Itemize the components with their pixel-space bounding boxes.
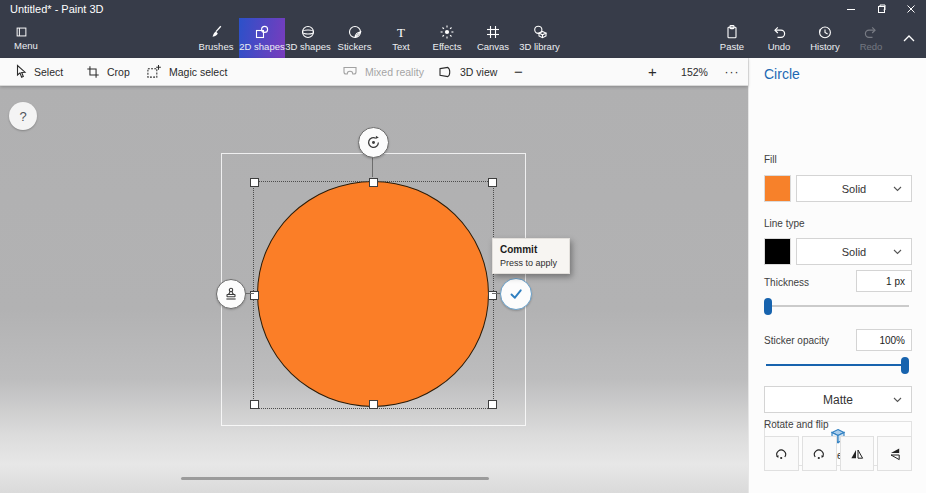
paste-button[interactable]: Paste [709, 18, 755, 58]
crop-icon [86, 65, 100, 79]
close-button[interactable] [896, 0, 926, 18]
tab-effects[interactable]: Effects [424, 18, 470, 58]
line-type-dropdown[interactable]: Solid [796, 238, 912, 265]
rotate-right-button[interactable] [802, 436, 837, 471]
flip-horizontal-button[interactable] [840, 436, 875, 471]
flip-vertical-button[interactable] [877, 436, 912, 471]
undo-icon [771, 24, 787, 40]
commit-tooltip: Commit Press to apply [492, 238, 570, 274]
mixed-reality-icon [342, 65, 358, 78]
mixed-reality-tool[interactable]: Mixed reality [342, 58, 424, 85]
menu-button[interactable]: Menu [6, 18, 58, 58]
menu-icon [14, 25, 29, 39]
select-tool[interactable]: Select [14, 58, 63, 85]
thickness-input[interactable]: 1 px [856, 270, 912, 292]
tab-stickers[interactable]: Stickers [331, 18, 378, 58]
line-type-label: Line type [764, 218, 805, 229]
zoom-level[interactable]: 152% [673, 58, 716, 85]
title-bar: Untitled* - Paint 3D [0, 0, 926, 18]
resize-handle-top-left[interactable] [250, 178, 259, 187]
tab-canvas[interactable]: Canvas [470, 18, 516, 58]
magic-select-icon [146, 64, 162, 79]
tab-3d-shapes[interactable]: 3D shapes [285, 18, 331, 58]
flip-horizontal-icon [849, 446, 865, 462]
select-cursor-icon [14, 64, 27, 79]
undo-button[interactable]: Undo [756, 18, 802, 58]
sticker-opacity-input[interactable]: 100% [856, 329, 912, 351]
svg-text:T: T [397, 25, 405, 40]
collapse-ribbon-button[interactable] [896, 18, 922, 58]
2d-shapes-icon [254, 24, 270, 40]
fill-color-swatch[interactable] [764, 175, 791, 202]
panel-title: Circle [764, 66, 800, 82]
resize-handle-top[interactable] [369, 178, 378, 187]
3d-library-icon [532, 24, 548, 40]
fill-label: Fill [764, 154, 777, 165]
brush-icon [208, 24, 224, 40]
minimize-button[interactable] [836, 0, 866, 18]
chevron-up-icon [902, 34, 916, 43]
chevron-down-icon [893, 249, 902, 255]
chevron-down-icon [893, 186, 902, 192]
opacity-slider-track[interactable] [766, 364, 909, 366]
rotate-icon [365, 134, 382, 151]
redo-icon [863, 24, 879, 40]
history-button[interactable]: History [802, 18, 848, 58]
3d-shapes-icon [300, 24, 316, 40]
tooltip-subtitle: Press to apply [500, 258, 562, 268]
zoom-in-button[interactable]: + [648, 58, 657, 85]
effects-icon [439, 24, 455, 40]
zoom-out-button[interactable]: − [514, 58, 523, 85]
resize-handle-bottom-right[interactable] [488, 400, 497, 409]
flip-vertical-icon [887, 446, 903, 462]
text-icon: T [393, 24, 409, 40]
ellipsis-icon: ··· [725, 65, 740, 79]
line-color-swatch[interactable] [764, 238, 791, 265]
horizontal-scrollbar[interactable] [181, 477, 489, 480]
paint3d-window: Untitled* - Paint 3D Menu Brushes [0, 0, 926, 493]
redo-button[interactable]: Redo [848, 18, 894, 58]
resize-handle-bottom[interactable] [369, 400, 378, 409]
rotate-flip-buttons [764, 436, 912, 471]
resize-handle-top-right[interactable] [488, 178, 497, 187]
shape-properties-panel: Circle Fill Solid Line type Solid Thickn… [748, 58, 926, 493]
stamp-button[interactable] [216, 279, 246, 309]
workspace[interactable]: ? [0, 85, 748, 493]
ribbon: Menu Brushes 2D shapes 3D shapes Sticker… [0, 18, 926, 58]
thickness-slider-track[interactable] [766, 305, 909, 307]
selection-box[interactable] [253, 181, 494, 409]
plus-icon: + [648, 63, 657, 80]
sticker-opacity-label: Sticker opacity [764, 335, 829, 346]
checkmark-icon [507, 285, 525, 303]
tooltip-title: Commit [500, 244, 562, 255]
rotate-flip-label: Rotate and flip [764, 419, 829, 430]
rotate-right-icon [811, 446, 827, 462]
more-options-button[interactable]: ··· [718, 58, 746, 85]
minus-icon: − [514, 63, 523, 80]
tab-text[interactable]: T Text [378, 18, 424, 58]
tab-3d-library[interactable]: 3D library [516, 18, 563, 58]
chevron-down-icon [893, 397, 902, 403]
rotate-left-button[interactable] [764, 436, 799, 471]
stickers-icon [347, 24, 363, 40]
resize-handle-bottom-left[interactable] [250, 400, 259, 409]
crop-tool[interactable]: Crop [86, 58, 130, 85]
selection-toolbar: Select Crop Magic select Mixed reality 3… [0, 58, 748, 86]
help-button[interactable]: ? [9, 102, 37, 130]
finish-dropdown[interactable]: Matte [764, 386, 912, 413]
magic-select-tool[interactable]: Magic select [146, 58, 227, 85]
canvas-icon [485, 24, 501, 40]
rotate-handle[interactable] [358, 127, 389, 158]
opacity-slider-handle[interactable] [901, 357, 909, 374]
thickness-slider-handle[interactable] [764, 298, 772, 315]
question-mark-icon: ? [19, 109, 26, 124]
fill-type-dropdown[interactable]: Solid [796, 175, 912, 202]
maximize-button[interactable] [866, 0, 896, 18]
3d-view-tool[interactable]: 3D view [437, 58, 497, 85]
tab-brushes[interactable]: Brushes [193, 18, 239, 58]
commit-button[interactable] [500, 278, 532, 310]
opacity-slider-fill [766, 364, 909, 366]
rotate-handle-stem [372, 157, 373, 177]
tab-2d-shapes[interactable]: 2D shapes [239, 18, 285, 58]
3d-view-icon [437, 65, 453, 79]
